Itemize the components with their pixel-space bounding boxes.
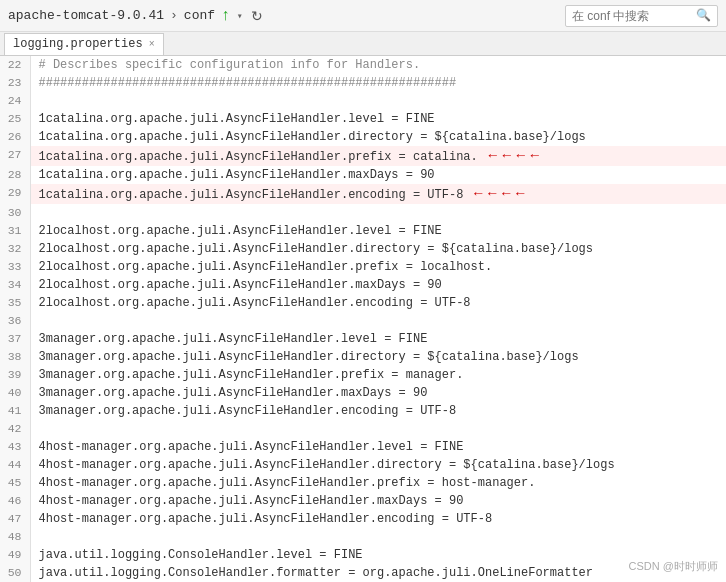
line-code: 2localhost.org.apache.juli.AsyncFileHand… [30, 276, 726, 294]
line-number: 26 [0, 128, 30, 146]
breadcrumb-separator: › [170, 8, 178, 23]
table-row: 50java.util.logging.ConsoleHandler.forma… [0, 564, 726, 582]
line-code: 3manager.org.apache.juli.AsyncFileHandle… [30, 384, 726, 402]
table-row: 281catalina.org.apache.juli.AsyncFileHan… [0, 166, 726, 184]
red-arrow-icon: ←←←← [482, 146, 542, 164]
dropdown-arrow-icon[interactable]: ▾ [237, 10, 243, 22]
line-number: 50 [0, 564, 30, 582]
table-row: 322localhost.org.apache.juli.AsyncFileHa… [0, 240, 726, 258]
line-code [30, 92, 726, 110]
line-number: 24 [0, 92, 30, 110]
code-table: 22# Describes specific configuration inf… [0, 56, 726, 582]
watermark: CSDN @时时师师 [629, 559, 718, 574]
line-number: 27 [0, 146, 30, 166]
line-number: 37 [0, 330, 30, 348]
line-number: 49 [0, 546, 30, 564]
line-number: 25 [0, 110, 30, 128]
tab-label: logging.properties [13, 37, 143, 51]
line-code: 1catalina.org.apache.juli.AsyncFileHandl… [30, 128, 726, 146]
line-code: 2localhost.org.apache.juli.AsyncFileHand… [30, 240, 726, 258]
tab-logging-properties[interactable]: logging.properties × [4, 33, 164, 55]
code-area: 22# Describes specific configuration inf… [0, 56, 726, 582]
table-row: 251catalina.org.apache.juli.AsyncFileHan… [0, 110, 726, 128]
table-row: 42 [0, 420, 726, 438]
tab-close-icon[interactable]: × [149, 39, 155, 50]
table-row: 352localhost.org.apache.juli.AsyncFileHa… [0, 294, 726, 312]
table-row: 271catalina.org.apache.juli.AsyncFileHan… [0, 146, 726, 166]
line-number: 36 [0, 312, 30, 330]
line-code: 4host-manager.org.apache.juli.AsyncFileH… [30, 438, 726, 456]
line-number: 33 [0, 258, 30, 276]
table-row: 464host-manager.org.apache.juli.AsyncFil… [0, 492, 726, 510]
line-code [30, 312, 726, 330]
header-bar: apache-tomcat-9.0.41 › conf ↑ ▾ ↻ 🔍 [0, 0, 726, 32]
line-code: # Describes specific configuration info … [30, 56, 726, 74]
line-number: 45 [0, 474, 30, 492]
line-number: 48 [0, 528, 30, 546]
line-code: 1catalina.org.apache.juli.AsyncFileHandl… [30, 110, 726, 128]
line-code: 4host-manager.org.apache.juli.AsyncFileH… [30, 474, 726, 492]
table-row: 30 [0, 204, 726, 222]
line-number: 40 [0, 384, 30, 402]
tab-bar: logging.properties × [0, 32, 726, 56]
line-number: 34 [0, 276, 30, 294]
table-row: 261catalina.org.apache.juli.AsyncFileHan… [0, 128, 726, 146]
table-row: 48 [0, 528, 726, 546]
line-code: 2localhost.org.apache.juli.AsyncFileHand… [30, 222, 726, 240]
line-code: 4host-manager.org.apache.juli.AsyncFileH… [30, 510, 726, 528]
table-row: 23######################################… [0, 74, 726, 92]
table-row: 22# Describes specific configuration inf… [0, 56, 726, 74]
table-row: 444host-manager.org.apache.juli.AsyncFil… [0, 456, 726, 474]
line-code: 2localhost.org.apache.juli.AsyncFileHand… [30, 258, 726, 276]
table-row: 373manager.org.apache.juli.AsyncFileHand… [0, 330, 726, 348]
table-row: 393manager.org.apache.juli.AsyncFileHand… [0, 366, 726, 384]
line-code: 3manager.org.apache.juli.AsyncFileHandle… [30, 330, 726, 348]
line-number: 35 [0, 294, 30, 312]
table-row: 36 [0, 312, 726, 330]
search-box: 🔍 [565, 5, 718, 27]
back-arrow-icon: ↑ [221, 7, 231, 25]
red-arrow-icon: ←←←← [467, 184, 527, 202]
line-number: 44 [0, 456, 30, 474]
line-code [30, 204, 726, 222]
breadcrumb-project[interactable]: apache-tomcat-9.0.41 [8, 8, 164, 23]
line-code: 2localhost.org.apache.juli.AsyncFileHand… [30, 294, 726, 312]
line-number: 32 [0, 240, 30, 258]
refresh-button[interactable]: ↻ [251, 8, 263, 24]
table-row: 454host-manager.org.apache.juli.AsyncFil… [0, 474, 726, 492]
table-row: 383manager.org.apache.juli.AsyncFileHand… [0, 348, 726, 366]
table-row: 291catalina.org.apache.juli.AsyncFileHan… [0, 184, 726, 204]
line-number: 38 [0, 348, 30, 366]
line-code: 3manager.org.apache.juli.AsyncFileHandle… [30, 402, 726, 420]
table-row: 49java.util.logging.ConsoleHandler.level… [0, 546, 726, 564]
line-number: 46 [0, 492, 30, 510]
line-code: 4host-manager.org.apache.juli.AsyncFileH… [30, 456, 726, 474]
line-code: 4host-manager.org.apache.juli.AsyncFileH… [30, 492, 726, 510]
search-icon: 🔍 [696, 8, 711, 23]
table-row: 474host-manager.org.apache.juli.AsyncFil… [0, 510, 726, 528]
table-row: 312localhost.org.apache.juli.AsyncFileHa… [0, 222, 726, 240]
table-row: 403manager.org.apache.juli.AsyncFileHand… [0, 384, 726, 402]
line-number: 30 [0, 204, 30, 222]
search-input[interactable] [572, 9, 692, 23]
line-number: 28 [0, 166, 30, 184]
line-number: 39 [0, 366, 30, 384]
line-code: 3manager.org.apache.juli.AsyncFileHandle… [30, 348, 726, 366]
line-number: 31 [0, 222, 30, 240]
line-code [30, 528, 726, 546]
table-row: 413manager.org.apache.juli.AsyncFileHand… [0, 402, 726, 420]
line-code: ########################################… [30, 74, 726, 92]
breadcrumb-folder[interactable]: conf [184, 8, 215, 23]
line-code: java.util.logging.ConsoleHandler.formatt… [30, 564, 726, 582]
line-number: 23 [0, 74, 30, 92]
table-row: 434host-manager.org.apache.juli.AsyncFil… [0, 438, 726, 456]
line-code: 3manager.org.apache.juli.AsyncFileHandle… [30, 366, 726, 384]
line-code [30, 420, 726, 438]
line-code: 1catalina.org.apache.juli.AsyncFileHandl… [30, 184, 726, 204]
line-number: 43 [0, 438, 30, 456]
line-code: java.util.logging.ConsoleHandler.level =… [30, 546, 726, 564]
line-number: 41 [0, 402, 30, 420]
line-number: 47 [0, 510, 30, 528]
line-code: 1catalina.org.apache.juli.AsyncFileHandl… [30, 166, 726, 184]
table-row: 24 [0, 92, 726, 110]
